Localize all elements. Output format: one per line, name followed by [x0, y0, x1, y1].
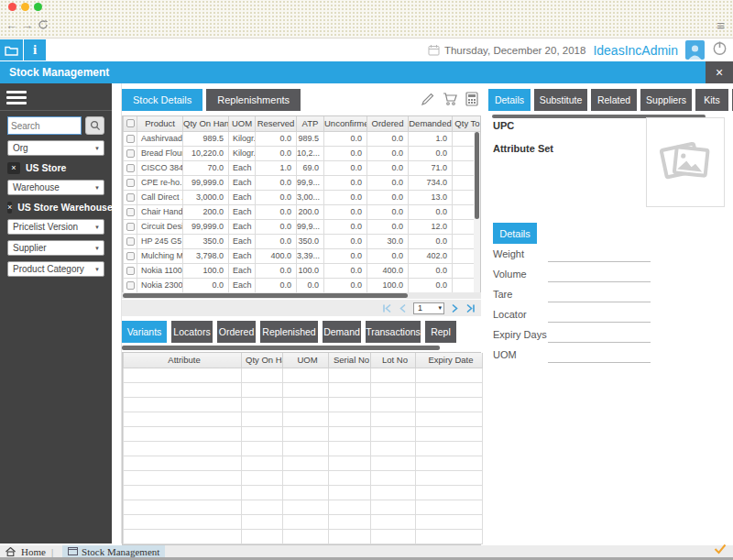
cell-ordered: 0.0 [367, 190, 409, 204]
cell-qty_on_hand: 200.0 [183, 204, 229, 219]
empty-row [124, 368, 483, 382]
power-icon[interactable] [712, 40, 728, 60]
vertical-scrollbar-thumb[interactable] [475, 132, 479, 219]
tab-ordered[interactable]: Ordered [217, 321, 256, 343]
product-detail-panel: DetailsSubstituteRelatedSuppliersKits UP… [488, 83, 733, 545]
field-input-uom[interactable] [548, 351, 651, 363]
page-select[interactable]: 1 ▾ [413, 302, 444, 314]
cell-ordered: 0.0 [367, 131, 409, 146]
filter-select-org[interactable]: Org▼ [7, 140, 104, 156]
row-checkbox[interactable] [126, 223, 135, 231]
empty-cell [329, 485, 371, 500]
window-zoom-icon[interactable] [34, 3, 42, 11]
filter-select-supplier[interactable]: Supplier▼ [7, 240, 104, 256]
window-minimize-icon[interactable] [21, 3, 29, 11]
empty-row [124, 397, 483, 412]
tab-repl[interactable]: Repl [425, 321, 456, 343]
status-home[interactable]: Home [21, 546, 46, 557]
tab-locators[interactable]: Locators [171, 321, 213, 343]
field-tare: Tare [488, 289, 733, 307]
horizontal-scrollbar-thumb[interactable] [123, 293, 408, 298]
tab-transactions[interactable]: Transactions [366, 321, 421, 343]
last-page-icon[interactable] [465, 303, 476, 313]
cell-product: CPE re-ho... [137, 175, 183, 190]
row-checkbox[interactable] [126, 252, 135, 260]
calculator-icon[interactable] [465, 92, 478, 106]
username[interactable]: IdeasIncAdmin [593, 43, 678, 58]
tab-kits[interactable]: Kits [695, 89, 728, 111]
empty-cell [371, 412, 416, 426]
row-checkbox[interactable] [126, 164, 135, 172]
remove-filter-icon[interactable]: × [7, 162, 20, 174]
row-checkbox[interactable] [126, 193, 135, 202]
field-label: Weight [493, 248, 524, 259]
chevron-down-icon: ▼ [94, 267, 100, 272]
folder-tab-button[interactable] [0, 39, 23, 60]
tab-replenishments[interactable]: Replenishments [206, 89, 301, 111]
filter-select-warehouse[interactable]: Warehouse▼ [7, 180, 104, 195]
cell-qty_on_hand: 0.0 [183, 278, 229, 292]
tab-demand[interactable]: Demand [323, 321, 361, 343]
close-icon[interactable]: × [706, 61, 733, 83]
row-checkbox[interactable] [126, 237, 135, 246]
empty-row [124, 470, 483, 485]
forward-icon[interactable]: → [21, 18, 33, 32]
status-task-label: Stock Management [82, 546, 159, 557]
tab-substitute[interactable]: Substitute [534, 89, 587, 111]
cell-reserved: 0.0 [256, 219, 297, 234]
empty-cell [124, 529, 242, 544]
stock-panel: Stock Details Replenishments ProductQty … [122, 83, 481, 545]
first-page-icon[interactable] [382, 303, 392, 313]
cell-ordered: 30.0 [367, 234, 409, 248]
tab-variants[interactable]: Variants [122, 321, 167, 343]
avatar[interactable] [685, 40, 705, 60]
field-weight: Weight [488, 248, 733, 267]
row-checkbox[interactable] [126, 149, 135, 158]
tab-related[interactable]: Related [591, 89, 637, 111]
empty-cell [329, 368, 371, 382]
tab-suppliers[interactable]: Suppliers [640, 89, 692, 111]
info-tab-button[interactable]: i [23, 39, 46, 60]
search-input[interactable] [7, 116, 82, 135]
row-checkbox[interactable] [126, 281, 135, 290]
field-input-tare[interactable] [548, 291, 651, 302]
empty-cell [371, 529, 416, 544]
detail-scrollbar-thumb[interactable] [122, 346, 440, 350]
cell-product: Chair Handle [137, 204, 183, 219]
empty-cell [329, 382, 371, 397]
tab-replenished[interactable]: Replenished [260, 321, 318, 343]
filter-select-label: Org [13, 143, 28, 153]
empty-cell [371, 470, 416, 485]
field-input-volume[interactable] [548, 270, 651, 282]
status-task-tab[interactable]: Stock Management [62, 545, 165, 557]
check-icon [714, 544, 727, 555]
cart-icon[interactable] [443, 92, 458, 106]
row-checkbox[interactable] [126, 135, 135, 143]
next-page-icon[interactable] [451, 303, 459, 313]
edit-icon[interactable] [421, 92, 435, 106]
refresh-icon[interactable] [38, 19, 49, 33]
column-header-ordered: Ordered [367, 116, 409, 131]
sidebar-menu-icon[interactable] [6, 91, 27, 104]
filter-select-pricelist-version[interactable]: Pricelist Version▼ [7, 219, 104, 235]
row-checkbox[interactable] [126, 267, 135, 275]
field-uom: UOM [488, 349, 733, 368]
field-input-locator[interactable] [548, 311, 651, 323]
tab-details[interactable]: Details [488, 89, 531, 111]
info-icon: i [33, 42, 37, 58]
filter-select-product-category[interactable]: Product Category▼ [7, 261, 104, 277]
tab-stock-details[interactable]: Stock Details [122, 89, 202, 111]
select-all-checkbox[interactable] [126, 119, 135, 127]
browser-menu-icon[interactable]: ≡ [717, 17, 725, 33]
row-checkbox[interactable] [126, 208, 135, 216]
details-section-button[interactable]: Details [493, 223, 537, 244]
search-button[interactable] [85, 116, 104, 135]
back-icon[interactable]: ← [5, 18, 17, 32]
field-input-expiry-days[interactable] [548, 331, 651, 343]
empty-cell [124, 514, 242, 529]
prev-page-icon[interactable] [399, 303, 407, 313]
field-input-weight[interactable] [548, 250, 651, 262]
row-checkbox[interactable] [126, 179, 135, 187]
remove-filter-icon[interactable]: × [7, 202, 12, 214]
window-close-icon[interactable] [8, 3, 16, 11]
